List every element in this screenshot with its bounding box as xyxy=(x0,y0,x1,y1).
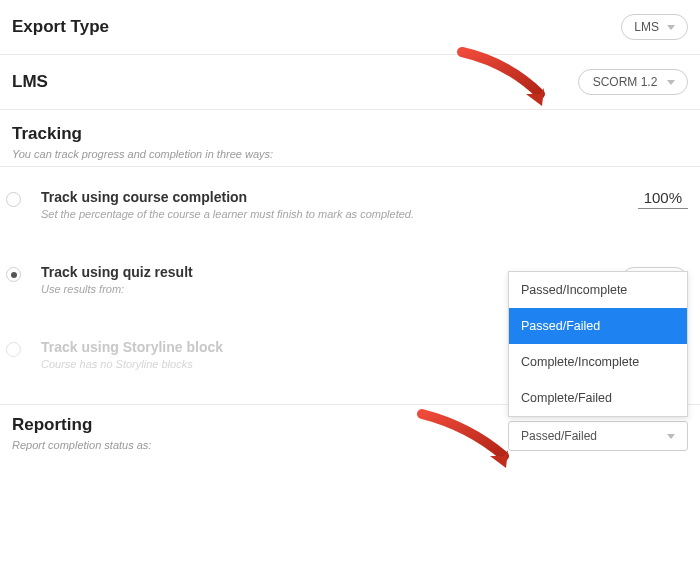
chevron-down-icon xyxy=(667,25,675,30)
reporting-section: Reporting Report completion status as: P… xyxy=(0,405,700,451)
reporting-dropdown-value: Passed/Failed xyxy=(521,429,597,443)
tracking-header: Tracking You can track progress and comp… xyxy=(0,110,700,167)
reporting-option-passed-failed[interactable]: Passed/Failed xyxy=(509,308,687,344)
tracking-heading: Tracking xyxy=(12,124,688,144)
reporting-dropdown-menu: Passed/Incomplete Passed/Failed Complete… xyxy=(508,271,688,417)
track-option-completion[interactable]: Track using course completion Set the pe… xyxy=(0,167,700,242)
reporting-dropdown[interactable]: Passed/Failed xyxy=(508,421,688,451)
reporting-option-complete-incomplete[interactable]: Complete/Incomplete xyxy=(509,344,687,380)
lms-section: LMS SCORM 1.2 xyxy=(0,55,700,110)
reporting-subtext: Report completion status as: xyxy=(12,439,151,451)
radio-icon xyxy=(6,342,21,357)
radio-icon[interactable] xyxy=(6,267,21,282)
radio-icon[interactable] xyxy=(6,192,21,207)
reporting-heading: Reporting xyxy=(12,415,151,435)
tracking-subtext: You can track progress and completion in… xyxy=(12,148,688,160)
chevron-down-icon xyxy=(667,80,675,85)
export-type-value: LMS xyxy=(634,20,659,34)
lms-dropdown[interactable]: SCORM 1.2 xyxy=(578,69,688,95)
export-type-dropdown[interactable]: LMS xyxy=(621,14,688,40)
completion-percent-input[interactable]: 100% xyxy=(638,189,688,209)
track-option-sub: Set the percentage of the course a learn… xyxy=(41,208,618,220)
track-option-body: Track using course completion Set the pe… xyxy=(41,189,618,220)
lms-heading: LMS xyxy=(12,72,48,92)
export-type-heading: Export Type xyxy=(12,17,109,37)
reporting-option-complete-failed[interactable]: Complete/Failed xyxy=(509,380,687,416)
lms-value: SCORM 1.2 xyxy=(591,75,659,89)
export-type-section: Export Type LMS xyxy=(0,0,700,55)
reporting-option-passed-incomplete[interactable]: Passed/Incomplete xyxy=(509,272,687,308)
track-option-title: Track using course completion xyxy=(41,189,618,205)
chevron-down-icon xyxy=(667,434,675,439)
